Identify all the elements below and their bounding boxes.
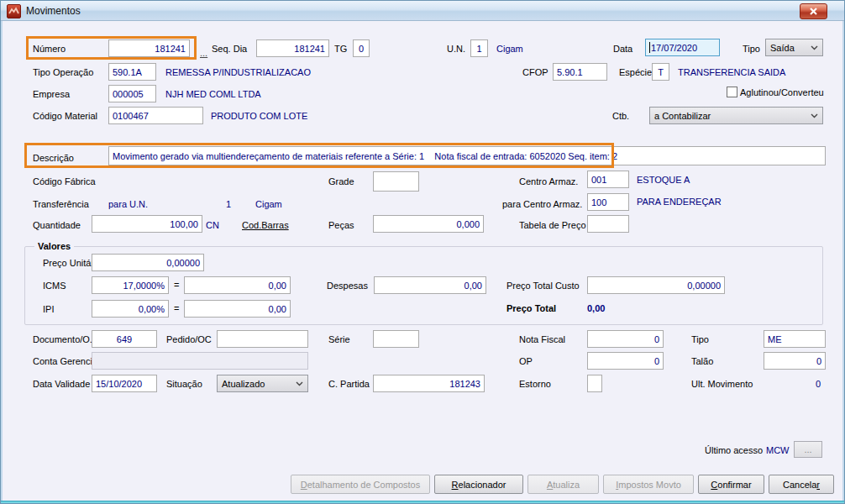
estorno-checkbox[interactable] bbox=[587, 375, 602, 392]
grade-input[interactable] bbox=[373, 171, 419, 192]
ctb-select[interactable]: a Contabilizar bbox=[649, 107, 823, 124]
atualiza-button[interactable]: Atualiza bbox=[527, 475, 599, 494]
tipo-me-label: Tipo bbox=[691, 334, 709, 344]
tabela-preco-input[interactable] bbox=[587, 215, 629, 233]
valores-legend: Valores bbox=[34, 241, 74, 251]
window-frame-bottom bbox=[1, 501, 845, 504]
tg-input[interactable]: 0 bbox=[353, 39, 370, 57]
pedido-input[interactable] bbox=[217, 330, 308, 348]
op-input[interactable]: 0 bbox=[587, 352, 664, 370]
ipi-valor-input[interactable]: 0,00 bbox=[184, 300, 291, 318]
empresa-input[interactable]: 000005 bbox=[108, 85, 156, 102]
data-validade-label: Data Validade bbox=[33, 379, 90, 389]
descricao-label: Descrição bbox=[33, 153, 74, 163]
ult-movimento-label: Ult. Movimento bbox=[691, 379, 753, 389]
tipo-select[interactable]: Saída bbox=[765, 39, 823, 56]
numero-label: Número bbox=[33, 44, 66, 54]
close-icon[interactable] bbox=[800, 3, 827, 19]
empresa-label: Empresa bbox=[33, 89, 70, 99]
op-label: OP bbox=[519, 356, 533, 366]
un-label: U.N. bbox=[447, 44, 465, 54]
nota-fiscal-input[interactable]: 0 bbox=[587, 330, 664, 348]
ipi-pct-input[interactable]: 0,00% bbox=[92, 300, 169, 318]
app-logo-icon bbox=[7, 4, 21, 18]
para-un-desc: Cigam bbox=[255, 199, 282, 209]
para-centro-desc: PARA ENDEREÇAR bbox=[637, 197, 722, 207]
quantidade-um: CN bbox=[206, 220, 219, 230]
conta-gerencial-label: Conta Gerencial bbox=[33, 356, 100, 366]
preco-total-custo-label: Preço Total Custo bbox=[506, 281, 580, 291]
movimentos-window: Movimentos Número 181241 ... Seq. Dia 18… bbox=[0, 0, 845, 504]
codbarras-link[interactable]: Cod.Barras bbox=[242, 220, 289, 230]
para-un-value: 1 bbox=[226, 199, 231, 209]
ipi-equals: = bbox=[174, 303, 179, 313]
tabela-preco-label: Tabela de Preço bbox=[519, 220, 586, 230]
icms-equals: = bbox=[174, 280, 179, 290]
window-title: Movimentos bbox=[26, 5, 81, 17]
un-input[interactable]: 1 bbox=[470, 39, 488, 57]
data-validade-input[interactable]: 15/10/2020 bbox=[92, 375, 157, 392]
seqdia-input[interactable]: 181241 bbox=[256, 39, 329, 57]
especie-desc: TRANSFERENCIA SAIDA bbox=[678, 67, 785, 77]
pecas-input[interactable]: 0,000 bbox=[373, 215, 484, 233]
descricao-input[interactable]: Movimento gerado via multiendereçamento … bbox=[108, 146, 826, 165]
chevron-down-icon bbox=[811, 113, 818, 118]
detalhamento-compostos-button[interactable]: Detalhamento de Compostos bbox=[291, 475, 430, 494]
serie-input[interactable] bbox=[373, 330, 419, 348]
data-input[interactable]: 17/07/2020 bbox=[645, 39, 720, 56]
numero-input[interactable]: 181241 bbox=[108, 39, 190, 57]
despesas-label: Despesas bbox=[327, 281, 368, 291]
especie-input[interactable]: T bbox=[652, 63, 669, 81]
pecas-label: Peças bbox=[328, 220, 354, 230]
tipoop-input[interactable]: 590.1A bbox=[108, 63, 156, 81]
ult-movimento-value: 0 bbox=[816, 379, 821, 389]
tipo-me-input[interactable]: ME bbox=[764, 330, 826, 348]
icms-pct-input[interactable]: 17,0000% bbox=[92, 276, 169, 294]
situacao-select[interactable]: Atualizado bbox=[217, 375, 308, 392]
icms-label: ICMS bbox=[43, 281, 66, 291]
c-partida-label: C. Partida bbox=[328, 379, 370, 389]
cfop-input[interactable]: 5.90.1 bbox=[553, 63, 607, 81]
chevron-down-icon bbox=[296, 381, 303, 386]
preco-total-value: 0,00 bbox=[587, 303, 605, 313]
tg-label: TG bbox=[334, 44, 347, 54]
preco-unitario-input[interactable]: 0,00000 bbox=[92, 254, 204, 271]
para-centro-input[interactable]: 100 bbox=[587, 193, 629, 211]
cfop-label: CFOP bbox=[522, 67, 548, 77]
estorno-label: Estorno bbox=[519, 379, 551, 389]
codfab-label: Código Fábrica bbox=[33, 176, 96, 186]
codmat-label: Código Material bbox=[33, 111, 97, 121]
aglutinou-label: Aglutinou/Converteu bbox=[740, 87, 824, 97]
window-frame-left bbox=[1, 21, 3, 501]
quantidade-label: Quantidade bbox=[33, 220, 81, 230]
centro-armaz-input[interactable]: 001 bbox=[587, 171, 629, 188]
despesas-input[interactable]: 0,00 bbox=[374, 276, 486, 294]
cancelar-button[interactable]: Cancelar bbox=[769, 475, 834, 494]
confirmar-button[interactable]: Confirmar bbox=[698, 475, 764, 494]
preco-total-custo-input[interactable]: 0,00000 bbox=[587, 276, 725, 294]
grade-label: Grade bbox=[328, 176, 354, 186]
para-centro-label: para Centro Armaz. bbox=[502, 199, 582, 209]
c-partida-input[interactable]: 181243 bbox=[373, 375, 485, 392]
ultimo-acesso-more-button[interactable]: ... bbox=[794, 441, 822, 458]
impostos-movto-button[interactable]: Impostos Movto bbox=[603, 475, 694, 494]
codmat-desc: PRODUTO COM LOTE bbox=[211, 111, 307, 121]
transferencia-label: Transferência bbox=[33, 199, 89, 209]
icms-valor-input[interactable]: 0,00 bbox=[184, 276, 291, 294]
quantidade-input[interactable]: 100,00 bbox=[92, 215, 202, 233]
ultimo-acesso-label: Último acesso bbox=[705, 445, 763, 455]
ipi-label: IPI bbox=[43, 304, 54, 314]
window-frame-right bbox=[842, 21, 844, 501]
talao-input[interactable]: 0 bbox=[764, 352, 826, 370]
situacao-label: Situação bbox=[166, 379, 202, 389]
nota-fiscal-label: Nota Fiscal bbox=[519, 334, 565, 344]
codmat-input[interactable]: 0100467 bbox=[108, 107, 203, 124]
talao-label: Talão bbox=[691, 356, 713, 366]
numero-browse-link[interactable]: ... bbox=[200, 48, 207, 58]
ultimo-acesso-value: MCW bbox=[766, 445, 790, 455]
tipo-label: Tipo bbox=[743, 44, 760, 54]
conta-gerencial-input bbox=[92, 352, 308, 370]
aglutinou-checkbox[interactable] bbox=[727, 87, 737, 97]
relacionador-button[interactable]: Relacionador bbox=[434, 475, 523, 494]
documento-input[interactable]: 649 bbox=[92, 330, 157, 348]
